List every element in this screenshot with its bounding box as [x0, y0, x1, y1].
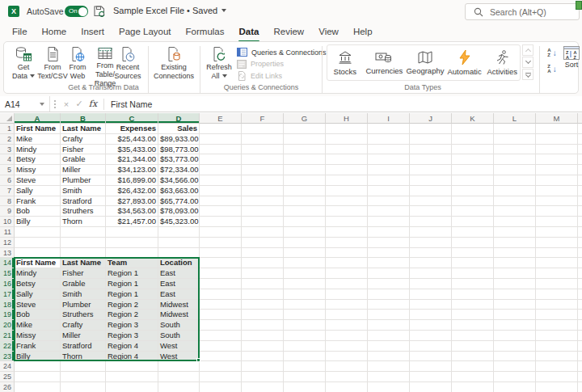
cell-D19[interactable]: Midwest — [158, 310, 200, 320]
fill-handle[interactable] — [196, 358, 200, 362]
cell-J8[interactable] — [410, 196, 452, 207]
cell-J15[interactable] — [410, 268, 452, 279]
cell-H6[interactable] — [326, 175, 368, 186]
cell-K12[interactable] — [452, 238, 494, 248]
tab-help[interactable]: Help — [346, 24, 380, 42]
cell-K22[interactable] — [452, 341, 494, 352]
cell-G14[interactable] — [284, 258, 326, 268]
col-header-C[interactable]: C — [106, 113, 158, 124]
automatic-button[interactable]: Automatic — [445, 45, 485, 80]
cell-B19[interactable]: Struthers — [61, 310, 106, 320]
cell-C14[interactable]: Team — [106, 258, 158, 268]
cell-G5[interactable] — [284, 165, 326, 175]
col-header-H[interactable]: H — [326, 113, 368, 124]
cell-E17[interactable] — [200, 289, 242, 300]
cell-L12[interactable] — [494, 238, 536, 248]
cell-E25[interactable] — [200, 372, 242, 382]
cell-E18[interactable] — [200, 300, 242, 310]
cell-D20[interactable]: South — [158, 320, 200, 331]
row-header-1[interactable]: 1 — [0, 124, 15, 134]
cell-M15[interactable] — [536, 268, 578, 279]
cell-B6[interactable]: Plumber — [61, 175, 106, 186]
cell-D3[interactable]: $98,773.00 — [158, 145, 200, 155]
tab-data[interactable]: Data — [232, 24, 267, 42]
cell-J26[interactable] — [410, 382, 452, 392]
cell-L24[interactable] — [494, 361, 536, 372]
cell-I21[interactable] — [368, 331, 410, 341]
cell-E13[interactable] — [200, 248, 242, 259]
col-header-N[interactable]: N — [578, 113, 582, 124]
cell-K19[interactable] — [452, 310, 494, 320]
cell-N1[interactable] — [578, 124, 582, 134]
cell-A15[interactable]: Mindy — [15, 268, 61, 279]
row-header-22[interactable]: 22 — [0, 341, 15, 352]
cell-C7[interactable]: $26,432.00 — [106, 186, 158, 196]
cell-J6[interactable] — [410, 175, 452, 186]
row-header-10[interactable]: 10 — [0, 217, 15, 227]
cell-J3[interactable] — [410, 145, 452, 155]
cell-D11[interactable] — [158, 227, 200, 238]
cell-D12[interactable] — [158, 238, 200, 248]
cell-I22[interactable] — [368, 341, 410, 352]
cell-C25[interactable] — [106, 372, 158, 382]
cell-E22[interactable] — [200, 341, 242, 352]
cell-M17[interactable] — [536, 289, 578, 300]
cell-M22[interactable] — [536, 341, 578, 352]
cell-A22[interactable]: Frank — [15, 341, 61, 352]
cell-M19[interactable] — [536, 310, 578, 320]
cell-E8[interactable] — [200, 196, 242, 207]
col-header-B[interactable]: B — [61, 113, 106, 124]
cell-G26[interactable] — [284, 382, 326, 392]
cell-A11[interactable] — [15, 227, 61, 238]
row-header-20[interactable]: 20 — [0, 320, 15, 331]
cell-J10[interactable] — [410, 217, 452, 227]
cell-M23[interactable] — [536, 352, 578, 362]
formula-bar-grip[interactable] — [50, 100, 60, 108]
tab-view[interactable]: View — [311, 24, 346, 42]
cell-M9[interactable] — [536, 206, 578, 217]
cell-N23[interactable] — [578, 352, 582, 362]
cell-B7[interactable]: Smith — [61, 186, 106, 196]
cell-L2[interactable] — [494, 134, 536, 145]
cell-A5[interactable]: Missy — [15, 165, 61, 175]
cell-L20[interactable] — [494, 320, 536, 331]
cell-G1[interactable] — [284, 124, 326, 134]
row-header-12[interactable]: 12 — [0, 238, 15, 248]
cell-M16[interactable] — [536, 279, 578, 289]
cancel-icon[interactable]: × — [60, 99, 73, 109]
cell-D7[interactable]: $63,663.00 — [158, 186, 200, 196]
cell-K2[interactable] — [452, 134, 494, 145]
cell-E3[interactable] — [200, 145, 242, 155]
cell-C20[interactable]: Region 3 — [106, 320, 158, 331]
cell-A12[interactable] — [15, 238, 61, 248]
col-header-M[interactable]: M — [536, 113, 578, 124]
cell-K23[interactable] — [452, 352, 494, 362]
cell-B13[interactable] — [61, 248, 106, 259]
insert-function-icon[interactable]: fx — [86, 99, 100, 109]
sort-ascending-button[interactable]: AZ↓ — [542, 45, 562, 60]
cell-H22[interactable] — [326, 341, 368, 352]
cell-N21[interactable] — [578, 331, 582, 341]
cell-J20[interactable] — [410, 320, 452, 331]
cell-A9[interactable]: Bob — [15, 206, 61, 217]
cell-I6[interactable] — [368, 175, 410, 186]
cell-A2[interactable]: Mike — [15, 134, 61, 145]
cell-M7[interactable] — [536, 186, 578, 196]
cell-F20[interactable] — [242, 320, 284, 331]
row-header-7[interactable]: 7 — [0, 186, 15, 196]
cell-F26[interactable] — [242, 382, 284, 392]
cell-J11[interactable] — [410, 227, 452, 238]
cell-C19[interactable]: Region 2 — [106, 310, 158, 320]
recent-sources-button[interactable]: Recent Sources — [112, 44, 143, 82]
cell-L13[interactable] — [494, 248, 536, 259]
cell-L22[interactable] — [494, 341, 536, 352]
cell-B10[interactable]: Thorn — [61, 217, 106, 227]
cell-G23[interactable] — [284, 352, 326, 362]
cell-G12[interactable] — [284, 238, 326, 248]
cell-K18[interactable] — [452, 300, 494, 310]
row-header-25[interactable]: 25 — [0, 372, 15, 382]
cell-N12[interactable] — [578, 238, 582, 248]
cell-N24[interactable] — [578, 361, 582, 372]
cell-I1[interactable] — [368, 124, 410, 134]
cell-L8[interactable] — [494, 196, 536, 207]
